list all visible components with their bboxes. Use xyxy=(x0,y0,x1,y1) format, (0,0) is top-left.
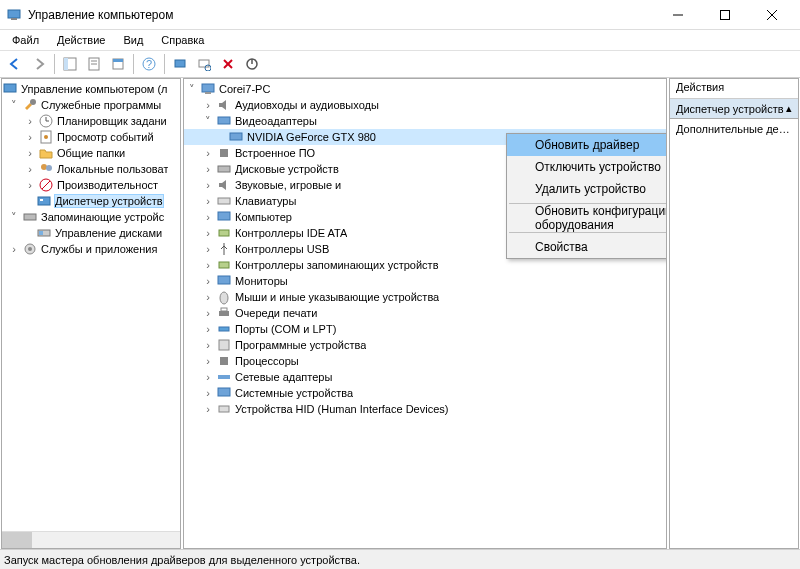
tree-scheduler[interactable]: › Планировщик задани xyxy=(2,113,180,129)
expand-icon[interactable]: › xyxy=(24,131,36,143)
expand-icon[interactable]: › xyxy=(202,227,214,239)
tree-storage[interactable]: ˅ Запоминающие устройс xyxy=(2,209,180,225)
expand-icon[interactable]: › xyxy=(202,323,214,335)
svg-rect-22 xyxy=(4,84,16,92)
device-video[interactable]: ˅Видеоадаптеры xyxy=(184,113,666,129)
expand-icon[interactable]: › xyxy=(202,147,214,159)
actions-pane: Действия Диспетчер устройств ▴ Дополните… xyxy=(669,78,799,549)
tree-shared[interactable]: › Общие папки xyxy=(2,145,180,161)
expand-icon[interactable]: › xyxy=(202,355,214,367)
device-software[interactable]: ›Программные устройства xyxy=(184,337,666,353)
actions-selected[interactable]: Диспетчер устройств ▴ xyxy=(670,99,798,119)
ctx-scan-hardware[interactable]: Обновить конфигурацию оборудования xyxy=(507,207,667,229)
expand-icon[interactable]: › xyxy=(202,163,214,175)
display-adapter-icon xyxy=(228,129,244,145)
expand-icon[interactable]: › xyxy=(202,99,214,111)
tree-eventviewer[interactable]: › Просмотр событий xyxy=(2,129,180,145)
services-icon xyxy=(22,241,38,257)
device-print[interactable]: ›Очереди печати xyxy=(184,305,666,321)
ctx-uninstall-device[interactable]: Удалить устройство xyxy=(507,178,667,200)
device-root[interactable]: ˅ Corei7-PC xyxy=(184,81,666,97)
tree-perf[interactable]: › Производительност xyxy=(2,177,180,193)
chip-icon xyxy=(216,145,232,161)
close-button[interactable] xyxy=(749,1,794,29)
menu-help[interactable]: Справка xyxy=(153,32,212,48)
tree-services[interactable]: › Службы и приложения xyxy=(2,241,180,257)
monitor-icon xyxy=(216,273,232,289)
export-button[interactable] xyxy=(107,53,129,75)
expand-icon[interactable]: › xyxy=(202,339,214,351)
device-cpu[interactable]: ›Процессоры xyxy=(184,353,666,369)
minimize-button[interactable] xyxy=(655,1,700,29)
device-hid[interactable]: ›Устройства HID (Human Interface Devices… xyxy=(184,401,666,417)
expand-icon[interactable]: › xyxy=(202,195,214,207)
svg-rect-50 xyxy=(218,276,230,284)
device-ports[interactable]: ›Порты (COM и LPT) xyxy=(184,321,666,337)
expand-icon[interactable]: › xyxy=(202,291,214,303)
expand-icon[interactable]: › xyxy=(202,307,214,319)
ctx-update-driver[interactable]: Обновить драйвер xyxy=(507,134,667,156)
collapse-icon[interactable]: ˅ xyxy=(8,99,20,111)
expand-icon[interactable]: › xyxy=(24,115,36,127)
toolbar-separator xyxy=(133,54,134,74)
tree-tools[interactable]: ˅ Служебные программы xyxy=(2,97,180,113)
expand-icon[interactable]: › xyxy=(24,179,36,191)
forward-button[interactable] xyxy=(28,53,50,75)
scroll-thumb[interactable] xyxy=(2,532,32,549)
svg-rect-46 xyxy=(218,198,230,204)
expand-icon[interactable]: › xyxy=(24,147,36,159)
expand-icon[interactable]: › xyxy=(202,387,214,399)
tree-root[interactable]: Управление компьютером (л xyxy=(2,81,180,97)
expand-icon[interactable]: › xyxy=(8,243,20,255)
tree-users[interactable]: › Локальные пользоват xyxy=(2,161,180,177)
expand-icon[interactable]: › xyxy=(202,243,214,255)
ctx-disable-device[interactable]: Отключить устройство xyxy=(507,156,667,178)
properties-button[interactable] xyxy=(83,53,105,75)
help-button[interactable]: ? xyxy=(138,53,160,75)
svg-rect-37 xyxy=(39,231,43,235)
device-monitor[interactable]: ›Мониторы xyxy=(184,273,666,289)
uninstall-button[interactable] xyxy=(217,53,239,75)
collapse-icon[interactable]: ˅ xyxy=(202,115,214,127)
scrollbar-horizontal[interactable] xyxy=(2,531,180,548)
menu-view[interactable]: Вид xyxy=(115,32,151,48)
toolbar: ? xyxy=(0,50,800,78)
svg-rect-41 xyxy=(205,92,211,94)
menu-file[interactable]: Файл xyxy=(4,32,47,48)
device-audio[interactable]: ›Аудиовходы и аудиовыходы xyxy=(184,97,666,113)
svg-rect-33 xyxy=(38,197,50,205)
back-button[interactable] xyxy=(4,53,26,75)
svg-rect-7 xyxy=(64,58,68,70)
collapse-icon[interactable]: ˅ xyxy=(186,83,198,95)
expand-icon[interactable]: › xyxy=(202,211,214,223)
window-title: Управление компьютером xyxy=(28,8,655,22)
actions-more[interactable]: Дополнительные дей... xyxy=(670,119,798,139)
status-text: Запуск мастера обновления драйверов для … xyxy=(4,554,360,566)
disable-button[interactable] xyxy=(241,53,263,75)
maximize-button[interactable] xyxy=(702,1,747,29)
show-hide-tree-button[interactable] xyxy=(59,53,81,75)
scan-button[interactable] xyxy=(193,53,215,75)
expand-icon[interactable]: › xyxy=(202,403,214,415)
devices-icon-button[interactable] xyxy=(169,53,191,75)
tree-disks[interactable]: Управление дисками xyxy=(2,225,180,241)
tree-devmgr[interactable]: Диспетчер устройств xyxy=(2,193,180,209)
device-mouse[interactable]: ›Мыши и иные указывающие устройства xyxy=(184,289,666,305)
ctx-properties[interactable]: Свойства xyxy=(507,236,667,258)
titlebar: Управление компьютером xyxy=(0,0,800,30)
device-system[interactable]: ›Системные устройства xyxy=(184,385,666,401)
expand-icon[interactable]: › xyxy=(202,179,214,191)
expand-icon[interactable]: › xyxy=(202,371,214,383)
svg-rect-15 xyxy=(175,60,185,67)
device-storagectl[interactable]: ›Контроллеры запоминающих устройств xyxy=(184,257,666,273)
context-menu: Обновить драйвер Отключить устройство Уд… xyxy=(506,133,667,259)
expand-icon[interactable]: › xyxy=(202,259,214,271)
console-tree[interactable]: Управление компьютером (л ˅ Служебные пр… xyxy=(2,79,180,259)
expand-icon[interactable]: › xyxy=(24,163,36,175)
svg-point-28 xyxy=(44,135,48,139)
expand-icon[interactable]: › xyxy=(202,275,214,287)
menu-action[interactable]: Действие xyxy=(49,32,113,48)
network-icon xyxy=(216,369,232,385)
device-net[interactable]: ›Сетевые адаптеры xyxy=(184,369,666,385)
collapse-icon[interactable]: ˅ xyxy=(8,211,20,223)
